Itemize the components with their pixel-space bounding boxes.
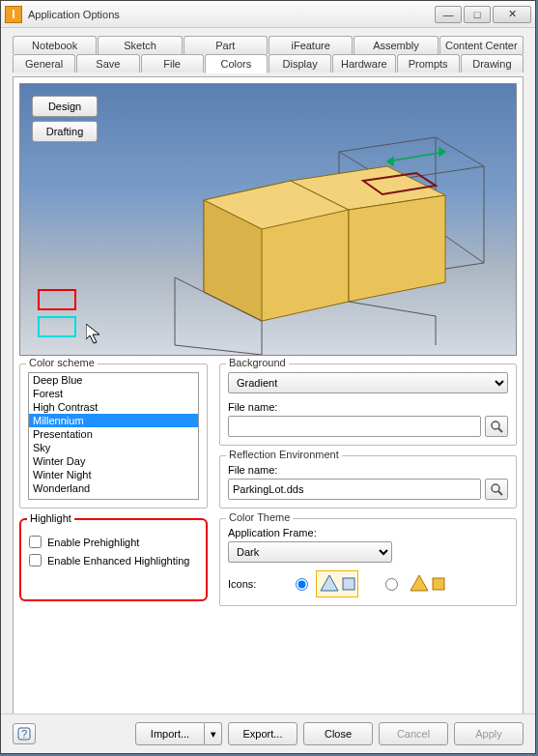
svg-point-10 xyxy=(492,422,499,429)
svg-point-12 xyxy=(492,484,499,492)
tab-ifeature[interactable]: iFeature xyxy=(269,36,353,54)
magnifier-icon xyxy=(490,482,503,496)
cursor-icon xyxy=(86,324,103,345)
tab-part[interactable]: Part xyxy=(184,36,268,54)
reflection-legend: Reflection Environment xyxy=(226,449,342,460)
refl-filename-input[interactable] xyxy=(228,479,481,500)
svg-marker-4 xyxy=(349,195,445,302)
color-theme-group: Color Theme Application Frame: Dark Icon… xyxy=(219,518,517,606)
import-dropdown-button[interactable]: ▾ xyxy=(205,722,222,745)
drafting-button[interactable]: Drafting xyxy=(32,121,98,142)
window-title: Application Options xyxy=(28,9,435,20)
scheme-option-millennium[interactable]: Millennium xyxy=(29,414,198,427)
tab-content-center[interactable]: Content Center xyxy=(439,36,524,54)
app-frame-select[interactable]: Dark xyxy=(228,541,392,563)
help-button[interactable]: ? xyxy=(13,723,36,744)
scheme-option-high-contrast[interactable]: High Contrast xyxy=(29,400,198,414)
tab-sketch[interactable]: Sketch xyxy=(98,36,182,54)
icons-amber-radio[interactable] xyxy=(385,578,398,591)
content-area: NotebookSketchPartiFeatureAssemblyConten… xyxy=(1,28,535,751)
design-button[interactable]: Design xyxy=(32,96,98,117)
color-scheme-legend: Color scheme xyxy=(26,357,98,368)
tab-assembly[interactable]: Assembly xyxy=(354,36,438,54)
scheme-option-presentation[interactable]: Presentation xyxy=(29,427,198,441)
colors-panel: Design Drafting xyxy=(13,76,524,743)
scheme-option-deep-blue[interactable]: Deep Blue xyxy=(29,373,198,387)
svg-marker-8 xyxy=(439,148,445,156)
bg-filename-label: File name: xyxy=(228,401,508,413)
enable-prehighlight-label: Enable Prehighlight xyxy=(47,537,139,548)
svg-marker-16 xyxy=(411,575,428,591)
tab-prompts[interactable]: Prompts xyxy=(397,54,460,73)
bg-filename-input[interactable] xyxy=(228,416,481,437)
svg-rect-17 xyxy=(433,578,444,590)
enable-enhanced-highlighting-label: Enable Enhanced Highlighting xyxy=(47,555,189,567)
icons-light-radio[interactable] xyxy=(296,578,308,591)
minimize-button[interactable]: — xyxy=(435,6,462,23)
background-group: Background Gradient File name: xyxy=(219,363,517,446)
selection-color-swatch xyxy=(38,289,76,310)
reflection-group: Reflection Environment File name: xyxy=(219,455,517,509)
preview-viewport: Design Drafting xyxy=(19,83,517,356)
scheme-option-sky[interactable]: Sky xyxy=(29,441,198,454)
tab-file[interactable]: File xyxy=(141,54,204,73)
svg-text:?: ? xyxy=(21,728,27,740)
tab-display[interactable]: Display xyxy=(269,54,331,73)
svg-marker-9 xyxy=(86,324,99,343)
apply-button[interactable]: Apply xyxy=(454,722,524,745)
export-button[interactable]: Export... xyxy=(228,722,297,745)
cancel-button[interactable]: Cancel xyxy=(379,722,448,745)
app-options-window: I Application Options — □ ✕ NotebookSket… xyxy=(0,0,536,754)
highlight-legend: Highlight xyxy=(27,512,74,524)
magnifier-icon xyxy=(490,420,503,433)
app-icon: I xyxy=(5,6,22,23)
enable-enhanced-highlighting-checkbox[interactable] xyxy=(29,554,42,567)
enable-prehighlight-checkbox[interactable] xyxy=(29,536,42,548)
bg-browse-button[interactable] xyxy=(485,416,508,437)
background-legend: Background xyxy=(226,357,289,368)
svg-marker-14 xyxy=(321,575,338,591)
svg-rect-15 xyxy=(343,578,354,590)
color-scheme-group: Color scheme Deep BlueForestHigh Contras… xyxy=(19,363,208,509)
color-scheme-listbox[interactable]: Deep BlueForestHigh ContrastMillenniumPr… xyxy=(28,372,199,500)
refl-browse-button[interactable] xyxy=(485,479,508,500)
tab-drawing[interactable]: Drawing xyxy=(461,54,524,73)
close-button[interactable]: Close xyxy=(303,722,373,745)
dialog-button-bar: ? Import... ▾ Export... Close Cancel App… xyxy=(1,713,535,753)
tab-notebook[interactable]: Notebook xyxy=(13,36,97,54)
scheme-option-winter-night[interactable]: Winter Night xyxy=(29,468,198,481)
icons-amber-sample xyxy=(406,570,448,597)
tab-container: NotebookSketchPartiFeatureAssemblyConten… xyxy=(13,36,524,73)
preview-geometry xyxy=(146,123,494,355)
svg-line-6 xyxy=(387,152,445,161)
titlebar: I Application Options — □ ✕ xyxy=(1,1,535,28)
import-button[interactable]: Import... xyxy=(135,722,205,745)
scheme-option-winter-day[interactable]: Winter Day xyxy=(29,454,198,468)
close-window-button[interactable]: ✕ xyxy=(493,6,531,23)
svg-line-13 xyxy=(498,491,502,495)
svg-marker-7 xyxy=(387,158,393,165)
preselection-color-swatch xyxy=(38,316,76,337)
help-icon: ? xyxy=(17,727,31,741)
background-select[interactable]: Gradient xyxy=(228,372,508,393)
refl-filename-label: File name: xyxy=(228,464,508,476)
scheme-option-forest[interactable]: Forest xyxy=(29,387,198,400)
icons-light-sample xyxy=(316,570,358,597)
svg-line-11 xyxy=(498,428,502,432)
tab-general[interactable]: General xyxy=(13,54,75,73)
highlight-group: Highlight Enable Prehighlight Enable Enh… xyxy=(19,518,208,601)
tab-save[interactable]: Save xyxy=(76,54,139,73)
app-frame-label: Application Frame: xyxy=(228,527,508,538)
scheme-option-wonderland[interactable]: Wonderland xyxy=(29,481,198,495)
icons-label: Icons: xyxy=(228,578,286,590)
tab-colors[interactable]: Colors xyxy=(205,54,268,73)
color-theme-legend: Color Theme xyxy=(226,511,293,523)
tab-hardware[interactable]: Hardware xyxy=(332,54,395,73)
maximize-button[interactable]: □ xyxy=(464,6,491,23)
